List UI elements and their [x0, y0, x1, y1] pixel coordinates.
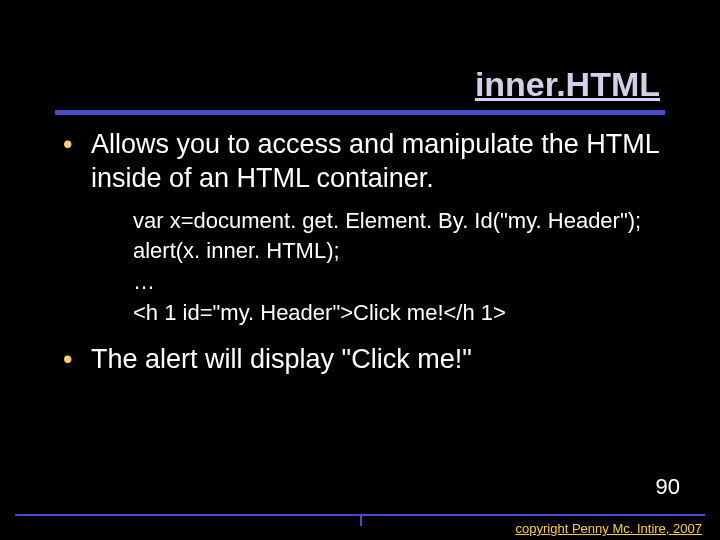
bullet-item: Allows you to access and manipulate the … [55, 128, 675, 196]
slide-content: Allows you to access and manipulate the … [55, 128, 675, 382]
page-number: 90 [656, 474, 680, 500]
slide-title: inner.HTML [475, 65, 660, 104]
slide: inner.HTML Allows you to access and mani… [0, 0, 720, 540]
code-block: var x=document. get. Element. By. Id("my… [133, 206, 675, 329]
footer-tick [360, 514, 362, 526]
copyright-text: copyright Penny Mc. Intire, 2007 [516, 521, 702, 536]
bullet-list: Allows you to access and manipulate the … [55, 128, 675, 196]
bullet-text: The alert will display "Click me!" [91, 344, 472, 374]
title-underline-rule [55, 110, 665, 115]
bullet-list: The alert will display "Click me!" [55, 343, 675, 377]
bullet-item: The alert will display "Click me!" [55, 343, 675, 377]
bullet-text: Allows you to access and manipulate the … [91, 129, 659, 193]
